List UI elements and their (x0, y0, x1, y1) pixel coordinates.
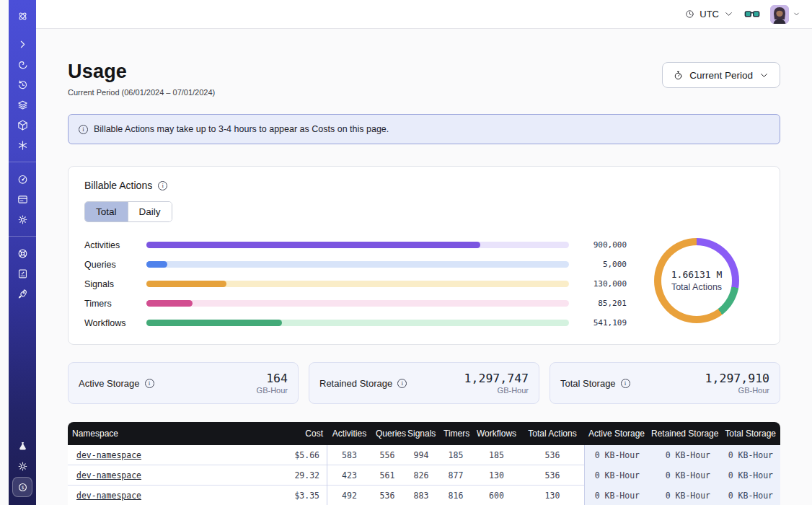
billable-actions-card: Billable Actions i Total Daily Activitie… (68, 166, 780, 345)
bar-fill (146, 300, 193, 307)
bar-row-signals: Signals130,000 (84, 274, 630, 294)
cell-queries: 556 (371, 450, 403, 460)
cell-timers: 816 (439, 491, 472, 501)
bar-value: 900,000 (569, 240, 630, 250)
cell-namespace: dev-namespace (68, 470, 265, 480)
column-header-namespace: Namespace (68, 429, 265, 439)
cell-queries: 561 (371, 470, 403, 480)
storage-summary-row: Active Storage i 164 GB-Hour Retained St… (68, 362, 780, 404)
bar-row-activities: Activities900,000 (84, 235, 630, 255)
cell-total_storage: 0 KB-Hour (718, 486, 780, 505)
total-actions-donut-wrap: 1.66131 M Total Actions (630, 234, 764, 323)
glasses-icon[interactable] (744, 9, 760, 20)
theme-sun-icon[interactable] (13, 457, 32, 475)
bar-label: Timers (84, 299, 146, 309)
cell-retained_storage: 0 KB-Hour (647, 445, 718, 465)
page-title: Usage (68, 61, 215, 83)
cell-retained_storage: 0 KB-Hour (647, 465, 718, 486)
bar-track (146, 300, 569, 307)
bar-fill (146, 320, 282, 326)
retained-storage-value: 1,297,747 (464, 372, 529, 385)
history-clock-icon[interactable] (13, 75, 32, 94)
cell-cost: $3.35 (265, 486, 327, 505)
info-icon[interactable]: i (621, 379, 630, 388)
bar-value: 130,000 (569, 279, 630, 289)
sidebar-divider (9, 162, 36, 162)
cell-cost: 29.32 (265, 465, 327, 486)
sidebar-bottom-group: $ (12, 436, 32, 498)
bar-label: Signals (84, 279, 146, 289)
tab-daily[interactable]: Daily (128, 202, 172, 221)
cell-signals: 826 (403, 470, 439, 480)
expand-sidebar-chevron-icon[interactable] (13, 35, 32, 53)
deployments-cube-icon[interactable] (13, 115, 32, 134)
column-header-total_actions: Total Actions (521, 429, 584, 439)
namespaces-spiral-icon[interactable] (13, 55, 32, 74)
info-icon[interactable]: i (158, 181, 167, 190)
main-content: Usage Current Period (06/01/2024 – 07/01… (36, 29, 812, 505)
total-actions-caption: Total Actions (671, 282, 722, 292)
topbar: UTC (36, 0, 812, 29)
namespace-link[interactable]: dev-namespace (76, 470, 141, 480)
sidebar: $ (9, 0, 36, 505)
labs-flask-icon[interactable] (13, 436, 32, 455)
layers-icon[interactable] (13, 95, 32, 114)
retained-storage-card: Retained Storage i 1,297,747 GB-Hour (309, 362, 539, 404)
bar-label: Queries (84, 260, 146, 270)
bar-fill (146, 261, 167, 268)
getting-started-rocket-icon[interactable] (13, 284, 32, 303)
temporal-logo-icon[interactable] (13, 6, 32, 25)
cell-total_storage: 0 KB-Hour (718, 465, 780, 486)
total-storage-unit: GB-Hour (705, 386, 769, 395)
period-selector-button[interactable]: Current Period (662, 62, 780, 88)
cell-workflows: 185 (472, 450, 521, 460)
table-header-row: NamespaceCostActivitiesQueriesSignalsTim… (68, 422, 780, 445)
timezone-label: UTC (700, 9, 719, 19)
chevron-down-icon (793, 10, 800, 18)
cell-timers: 877 (439, 470, 472, 480)
retained-storage-unit: GB-Hour (464, 386, 529, 395)
cell-queries: 536 (371, 491, 403, 501)
info-icon[interactable]: i (145, 379, 154, 388)
namespace-link[interactable]: dev-namespace (76, 450, 141, 460)
bar-value: 5,000 (569, 260, 630, 269)
cell-total_storage: 0 KB-Hour (718, 445, 780, 465)
bar-value: 85,201 (569, 299, 630, 308)
support-lifebuoy-icon[interactable] (13, 244, 32, 263)
nexus-asterisk-icon[interactable] (13, 136, 32, 154)
billing-card-icon[interactable] (13, 190, 32, 208)
cell-namespace: dev-namespace (68, 450, 265, 460)
total-storage-label: Total Storage (560, 378, 616, 389)
cell-timers: 185 (439, 450, 472, 460)
total-actions-value: 1.66131 M (671, 269, 722, 280)
bar-row-queries: Queries5,000 (84, 255, 630, 274)
active-storage-card: Active Storage i 164 GB-Hour (68, 362, 299, 404)
cell-activities: 492 (327, 491, 371, 501)
active-storage-unit: GB-Hour (257, 386, 288, 395)
bar-row-workflows: Workflows541,109 (84, 313, 630, 333)
cell-cost: $5.66 (265, 445, 327, 465)
bar-track (146, 281, 569, 287)
settings-gear-icon[interactable] (13, 210, 32, 229)
cell-total_actions: 130 (521, 491, 584, 501)
column-header-activities: Activities (327, 429, 371, 439)
user-menu[interactable] (770, 5, 800, 24)
info-icon[interactable]: i (397, 379, 407, 388)
usage-gauge-icon[interactable] (13, 170, 32, 188)
timezone-selector[interactable]: UTC (684, 9, 734, 19)
bar-fill (146, 242, 480, 248)
table-row: dev-namespace29.324235618268771305360 KB… (68, 465, 780, 486)
column-header-workflows: Workflows (472, 429, 521, 439)
bar-label: Activities (84, 240, 146, 250)
cell-total_actions: 536 (521, 450, 584, 460)
namespace-link[interactable]: dev-namespace (76, 491, 141, 501)
tab-total[interactable]: Total (85, 202, 128, 221)
total-storage-card: Total Storage i 1,297,910 GB-Hour (550, 362, 780, 404)
column-header-queries: Queries (371, 429, 403, 439)
cell-signals: 994 (403, 450, 439, 460)
docs-book-icon[interactable] (13, 264, 32, 283)
stopwatch-icon (673, 70, 684, 81)
bar-fill (146, 281, 226, 287)
cell-active_storage: 0 KB-Hour (584, 486, 647, 505)
pricing-coin-icon[interactable]: $ (12, 477, 32, 497)
